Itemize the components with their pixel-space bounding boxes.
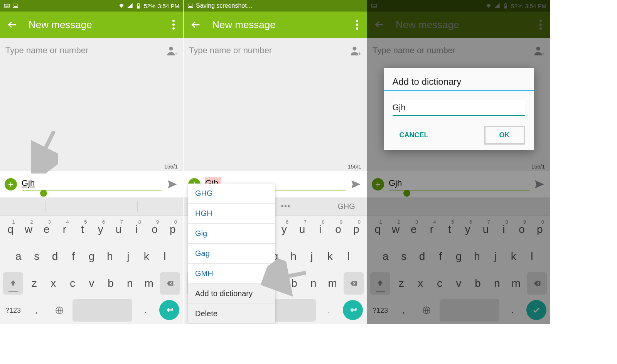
word-context-menu: GHG HGH Gig Gag GMH Add to dictionary De… — [188, 184, 275, 324]
svg-rect-1 — [5, 5, 5, 5]
backspace-key[interactable] — [344, 272, 364, 295]
suggestion-item[interactable]: GHG — [188, 184, 275, 204]
suggestion-item[interactable]: Gag — [188, 244, 275, 264]
svg-marker-9 — [127, 3, 132, 8]
key-h[interactable]: h — [102, 245, 117, 268]
period-key[interactable]: . — [135, 299, 155, 322]
svg-rect-4 — [7, 5, 8, 5]
char-counter: 156/1 — [164, 163, 178, 170]
wifi-icon — [118, 3, 125, 9]
more-suggestions-icon[interactable]: ••• — [281, 202, 291, 211]
recipient-input[interactable] — [5, 43, 161, 58]
app-bar: New message — [0, 12, 183, 38]
key-f[interactable]: f — [66, 245, 81, 268]
cancel-button[interactable]: CANCEL — [393, 127, 435, 143]
key-m[interactable]: m — [141, 272, 157, 295]
key-n[interactable]: n — [122, 272, 138, 295]
key-w[interactable]: w2 — [21, 218, 36, 241]
enter-key[interactable] — [159, 300, 179, 320]
delete-word-item[interactable]: Delete — [188, 304, 275, 324]
svg-text:+: + — [174, 50, 178, 57]
svg-rect-0 — [4, 4, 9, 7]
key-e[interactable]: e3 — [39, 218, 54, 241]
key-r[interactable]: r4 — [57, 218, 72, 241]
dialog-title: Add to dictionary — [393, 76, 525, 87]
key-y[interactable]: y6 — [93, 218, 108, 241]
key-q[interactable]: q1 — [3, 218, 18, 241]
key-i[interactable]: i8 — [313, 218, 328, 241]
key-k[interactable]: k — [139, 245, 154, 268]
back-arrow-icon[interactable] — [190, 19, 201, 30]
key-n[interactable]: n — [305, 272, 322, 295]
key-u[interactable]: u7 — [295, 218, 310, 241]
key-p[interactable]: p0 — [349, 218, 364, 241]
key-g[interactable]: g — [84, 245, 99, 268]
language-key[interactable] — [49, 299, 69, 322]
keyboard-icon — [4, 3, 10, 9]
backspace-key[interactable] — [160, 272, 180, 295]
key-h[interactable]: h — [286, 245, 301, 268]
keyboard: q1w2e3r4t5y6u7i8o9p0 asdfghjkl zxcvbnm ?… — [0, 216, 183, 324]
battery-percent: 52% — [144, 3, 155, 9]
overflow-menu-icon[interactable] — [172, 20, 175, 30]
key-i[interactable]: i8 — [129, 218, 144, 241]
key-k[interactable]: k — [322, 245, 337, 268]
key-z[interactable]: z — [26, 272, 42, 295]
key-o[interactable]: o9 — [331, 218, 346, 241]
back-arrow-icon[interactable] — [7, 19, 18, 30]
add-contact-icon[interactable]: + — [350, 45, 361, 56]
dictionary-word-input[interactable] — [393, 100, 525, 116]
suggestion-item[interactable]: GHG — [337, 202, 355, 211]
status-bar: Saving screenshot… — [184, 0, 367, 12]
send-icon[interactable] — [166, 179, 179, 190]
overflow-menu-icon[interactable] — [356, 20, 358, 30]
numeric-key[interactable]: ?123 — [3, 299, 23, 322]
battery-icon — [135, 3, 142, 9]
key-j[interactable]: j — [304, 245, 319, 268]
svg-marker-18 — [189, 5, 192, 7]
compose-input[interactable] — [22, 177, 162, 190]
suggestion-item[interactable]: HGH — [188, 204, 275, 224]
key-j[interactable]: j — [121, 245, 136, 268]
comma-key[interactable]: , — [26, 299, 46, 322]
key-u[interactable]: u7 — [111, 218, 126, 241]
shift-key[interactable] — [3, 272, 23, 295]
enter-key[interactable] — [343, 300, 363, 320]
key-l[interactable]: l — [157, 245, 172, 268]
suggestion-item[interactable]: Gig — [188, 224, 275, 244]
add-contact-icon[interactable]: + — [166, 45, 178, 56]
svg-marker-8 — [13, 5, 17, 7]
key-m[interactable]: m — [324, 272, 341, 295]
saving-text: Saving screenshot… — [196, 2, 253, 9]
key-l[interactable]: l — [341, 245, 356, 268]
dialog-scrim[interactable] — [367, 0, 550, 324]
key-a[interactable]: a — [11, 245, 26, 268]
svg-rect-11 — [137, 6, 139, 8]
picture-icon — [12, 3, 19, 9]
key-t[interactable]: t5 — [75, 218, 90, 241]
send-icon[interactable] — [350, 179, 362, 190]
suggestion-bar — [0, 197, 183, 216]
key-s[interactable]: s — [29, 245, 44, 268]
ok-button[interactable]: OK — [484, 126, 525, 145]
key-b[interactable]: b — [103, 272, 119, 295]
key-y[interactable]: y6 — [277, 218, 292, 241]
attach-button[interactable]: + — [5, 178, 17, 190]
recipient-input[interactable] — [189, 43, 344, 58]
svg-point-13 — [169, 47, 173, 51]
add-to-dictionary-item[interactable]: Add to dictionary — [188, 284, 275, 304]
svg-rect-5 — [8, 5, 8, 5]
key-d[interactable]: d — [47, 245, 62, 268]
spacebar-key[interactable] — [72, 299, 132, 322]
suggestion-item[interactable]: GMH — [188, 264, 275, 284]
key-b[interactable]: b — [286, 272, 302, 295]
key-x[interactable]: x — [46, 272, 62, 295]
svg-point-19 — [353, 47, 357, 51]
text-cursor-handle[interactable] — [40, 190, 47, 197]
period-key[interactable]: . — [319, 299, 339, 322]
key-o[interactable]: o9 — [147, 218, 162, 241]
key-c[interactable]: c — [64, 272, 81, 295]
svg-rect-6 — [5, 6, 8, 7]
key-v[interactable]: v — [84, 272, 100, 295]
key-p[interactable]: p0 — [165, 218, 180, 241]
